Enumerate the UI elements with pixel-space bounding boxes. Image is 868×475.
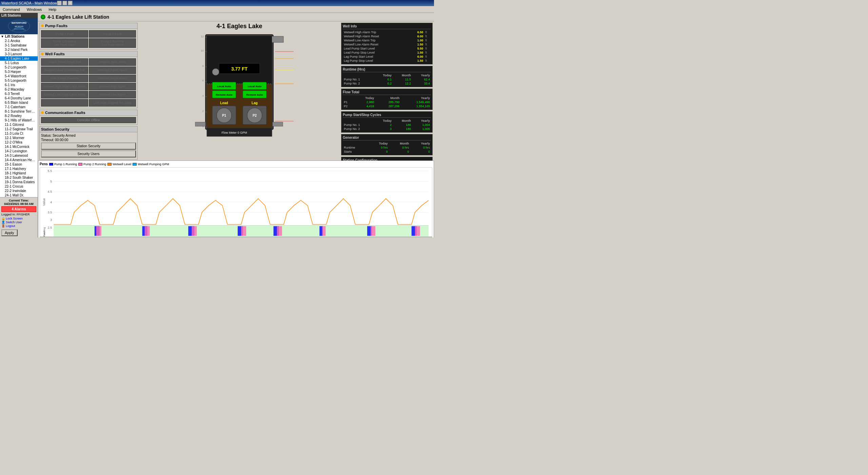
- empty-fault-btn: [41, 99, 88, 107]
- sidebar-item-12-2-omira[interactable]: 12-2 O'Mira: [0, 140, 38, 145]
- generator-panel: Generator Today Month Yearly Runtime 0 h…: [341, 134, 433, 155]
- alarm-button[interactable]: 4 Alarms: [1, 206, 36, 212]
- switch-user-link[interactable]: 👤 Switch User: [1, 221, 36, 224]
- sidebar-item-14-1-mccormick[interactable]: 14-1 McCormick: [0, 145, 38, 149]
- generator-table: Today Month Yearly Runtime 0 hrs 0 hrs 0…: [343, 141, 431, 154]
- sidebar-item-14-2-lexington[interactable]: 14-2 Lexington: [0, 149, 38, 153]
- sidebar-item-22-1-crocus[interactable]: 22-1 Crocus: [0, 184, 38, 189]
- close-button[interactable]: ×: [68, 1, 73, 5]
- sidebar-item-11-2-saginaw[interactable]: 11-2 Saginaw Trail: [0, 127, 38, 131]
- table-row: Pump No. 2 3 186 1,005: [343, 127, 431, 131]
- table-row: Wetwell Low Alarm Trip 1.00 ft: [343, 38, 431, 42]
- wetwell-low-float-btn[interactable]: Wetwell Low Float Latch Alarm: [41, 91, 88, 98]
- maximize-button[interactable]: □: [62, 1, 67, 5]
- wetwell-high-float-btn[interactable]: Wetwell High Float Latch Alarm: [41, 83, 88, 90]
- logout-link[interactable]: 🚪 Logout: [1, 224, 36, 228]
- apply-button[interactable]: Apply: [1, 229, 18, 236]
- svg-text:Lag: Lag: [252, 101, 258, 105]
- sidebar-item-7-1-caterham[interactable]: 7-1 Caterham: [0, 105, 38, 109]
- wetwell-low-btn[interactable]: Wetwell Low Alarm: [89, 91, 136, 98]
- sidebar-item-24-1-mall[interactable]: 24-1 Mall Dr.: [0, 193, 38, 197]
- svg-text:Remote Auto: Remote Auto: [246, 93, 263, 96]
- sidebar-item-5-4-waterfront[interactable]: 5-4 Waterfront: [0, 74, 38, 78]
- sidebar-item-14-4-american[interactable]: 14-4 American Herita...: [0, 158, 38, 162]
- sidebar-item-3-2-island-park[interactable]: 3-2 Island Park: [0, 48, 38, 52]
- svg-text:3: 3: [50, 218, 52, 222]
- sidebar-item-9-1-hills[interactable]: 9-1 Hills of Waterford: [0, 118, 38, 122]
- sidebar-item-15-1-eason[interactable]: 15-1 Eason: [0, 162, 38, 167]
- sidebar-item-17-1-hatchery[interactable]: 17-1 Hatchery: [0, 167, 38, 171]
- menu-windows[interactable]: Windows: [25, 7, 43, 12]
- svg-text:4: 4: [50, 201, 52, 204]
- low-float-tripped-btn[interactable]: Low Float Tripped Too Long: [89, 99, 136, 107]
- menu-command[interactable]: Command: [1, 7, 21, 12]
- wetwell-level-trans-btn[interactable]: Wetwell Level Transmitter Fail: [41, 66, 88, 74]
- comm-faults-indicator: [41, 111, 44, 114]
- legend-pump1: Pump 1 Running: [49, 163, 77, 166]
- pump2-fault-btn[interactable]: Pump 2 Fault: [89, 30, 136, 38]
- auto-rotate-btn[interactable]: Auto Rotate Override: [41, 75, 88, 82]
- svg-text:5: 5: [50, 180, 52, 183]
- sidebar-item-12-1-wormer[interactable]: 12-1 Wormer: [0, 136, 38, 140]
- controller-offline-btn[interactable]: Controller Offline: [41, 117, 136, 123]
- svg-text:11:40 PM: 11:40 PM: [183, 236, 193, 236]
- wetwell-high-btn[interactable]: Wetwell High Alarm: [89, 83, 136, 90]
- status-panel-power-btn[interactable]: Status Panel Power Fail: [41, 58, 88, 66]
- table-row: P2 4,418 287,206 1,554,165: [343, 104, 431, 108]
- viz-title: 4-1 Eagles Lake: [216, 23, 262, 30]
- well-info-table: Wetwell High Alarm Trip 6.50 ft Wetwell …: [343, 30, 431, 63]
- intrusion-door-btn[interactable]: Intrusion Door Alarm: [89, 58, 136, 66]
- sidebar-item-6-2-maceday[interactable]: 6-2 Maceday: [0, 87, 38, 92]
- svg-rect-83: [145, 226, 150, 236]
- sidebar-item-2-1-anoka[interactable]: 2-1 Anoka: [0, 39, 38, 43]
- minimize-button[interactable]: _: [57, 1, 62, 5]
- sidebar-item-8-1-sunshine-terrace[interactable]: 8-1 Sunshine Terrace: [0, 109, 38, 114]
- lock-screen-link[interactable]: 🔒 Lock Screen: [1, 217, 36, 220]
- well-info-title: Well Info: [343, 24, 431, 29]
- svg-rect-86: [277, 226, 282, 236]
- svg-text:4:20 AM: 4:20 AM: [381, 236, 390, 236]
- sidebar-item-5-2-longworth[interactable]: 5-2 Longworth: [0, 65, 38, 70]
- sidebar-item-11-3-lola[interactable]: 11-3 Lola Ct: [0, 131, 38, 136]
- table-row: Lead Pump Stop Level 1.50 ft: [343, 51, 431, 55]
- sidebar-item-6-3-terrell[interactable]: 6-3 Terrell: [0, 92, 38, 96]
- svg-text:11:00 PM: 11:00 PM: [149, 236, 159, 236]
- legend-gpm-color: [133, 163, 137, 166]
- pens-label: Pens: [40, 162, 48, 166]
- svg-text:Running: Running: [43, 227, 46, 236]
- sidebar-item-4-1-eagles-lake[interactable]: 4-1 Eagles Lake: [0, 56, 38, 61]
- sidebar-item-6-5-blain-island[interactable]: 6-5 Blain Island: [0, 100, 38, 105]
- station-security-button[interactable]: Station Security: [41, 142, 136, 150]
- switch-icon: 👤: [1, 221, 5, 224]
- menu-help[interactable]: Help: [47, 7, 58, 12]
- sidebar-item-18-2-south-shaker[interactable]: 18-2 South Shaker: [0, 175, 38, 180]
- security-users-button[interactable]: Security Users: [41, 150, 136, 157]
- sidebar-item-19-1-donna[interactable]: 19-1 Donna Estates: [0, 180, 38, 184]
- sidebar-tree[interactable]: ▼ Lift Stations 2-1 Anoka 3-1 Sashabaw 3…: [0, 34, 38, 197]
- sidebar-item-11-1-gilcrest[interactable]: 11-1 Gilcrest: [0, 122, 38, 127]
- svg-text:6:00 AM: 6:00 AM: [425, 236, 432, 236]
- sidebar-item-5-5-longworth[interactable]: 5-5 Longworth: [0, 78, 38, 83]
- sidebar-item-14-3-lakewood[interactable]: 14-3 Lakewood: [0, 153, 38, 158]
- pump1-fault-btn[interactable]: Pump 1 Fault: [41, 30, 88, 38]
- chart-content: 5.5 5 4.5 4 3.5 3 2.5 Value: [40, 167, 432, 237]
- sidebar-item-5-3-harper[interactable]: 5-3 Harper: [0, 70, 38, 74]
- sidebar-item-3-3-lamont[interactable]: 3-3 Lamont: [0, 52, 38, 56]
- pump-startstop-title: Pump Start/Stop Cycles: [343, 113, 431, 118]
- sidebar-item-22-2-irwindale[interactable]: 22-2 Irwindale: [0, 189, 38, 193]
- sidebar-item-5-1-lotus[interactable]: 5-1 Lotus: [0, 61, 38, 65]
- svg-text:10: 10: [201, 49, 204, 52]
- intrusion-panel-btn[interactable]: Intrusion Panel Alarm: [89, 66, 136, 74]
- sidebar-item-3-1-sashabaw[interactable]: 3-1 Sashabaw: [0, 43, 38, 48]
- pump2-running-float-btn[interactable]: Pump 2 RunningLow Float Alarm: [89, 38, 136, 48]
- pump1-running-float-btn[interactable]: Pump 1 RunningLow Float Alarm: [41, 38, 88, 48]
- intrusion-hatch-btn[interactable]: Intrusion Hatch Alarm: [89, 75, 136, 82]
- station-status-indicator: [41, 15, 45, 19]
- sidebar: Lift Stations WATERFORD MICHIGAN ▼ Lift …: [0, 13, 38, 238]
- window-controls[interactable]: _ □ ×: [57, 1, 73, 5]
- faults-panel: Pump Faults Pump 1 Fault Pump 2 Fault Pu…: [39, 23, 138, 159]
- sidebar-item-6-4-dorothy-lane[interactable]: 6-4 Dorothy Lane: [0, 96, 38, 100]
- sidebar-item-8-2-rowley[interactable]: 8-2 Rowley: [0, 114, 38, 118]
- sidebar-item-6-1-iris[interactable]: 6-1 Iris: [0, 83, 38, 87]
- sidebar-item-18-1-highland[interactable]: 18-1 Highland: [0, 171, 38, 175]
